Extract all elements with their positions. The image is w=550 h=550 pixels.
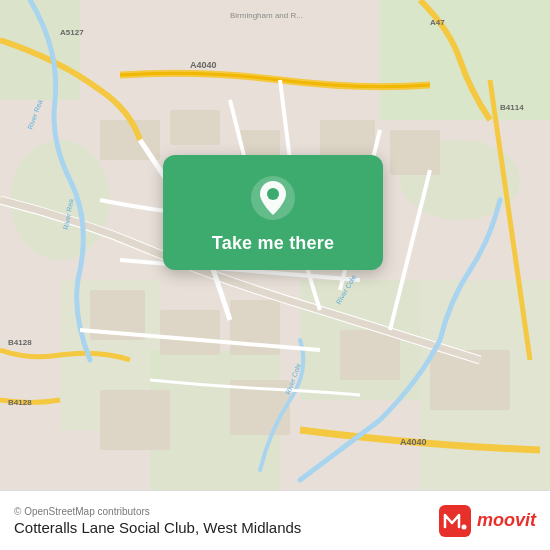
svg-rect-1 bbox=[380, 0, 550, 120]
svg-point-34 bbox=[267, 188, 279, 200]
map-container: A4040 A5127 A47 B4114 A4040 B4128 B4128 … bbox=[0, 0, 550, 490]
svg-text:A5127: A5127 bbox=[60, 28, 84, 37]
take-me-there-label: Take me there bbox=[212, 233, 334, 254]
moovit-logo: moovit bbox=[439, 505, 536, 537]
svg-text:B4128: B4128 bbox=[8, 338, 32, 347]
svg-text:Birmingham and R...: Birmingham and R... bbox=[230, 11, 303, 20]
location-name: Cotteralls Lane Social Club, West Midlan… bbox=[14, 519, 301, 536]
moovit-brand-icon bbox=[439, 505, 471, 537]
moovit-text: moovit bbox=[477, 510, 536, 531]
take-me-there-card[interactable]: Take me there bbox=[163, 155, 383, 270]
svg-text:B4114: B4114 bbox=[500, 103, 524, 112]
osm-attribution: © OpenStreetMap contributors bbox=[14, 506, 301, 517]
footer-info: © OpenStreetMap contributors Cotteralls … bbox=[14, 506, 301, 536]
svg-text:A4040: A4040 bbox=[400, 437, 427, 447]
svg-rect-18 bbox=[100, 390, 170, 450]
svg-rect-13 bbox=[390, 130, 440, 175]
svg-rect-12 bbox=[320, 120, 375, 160]
svg-rect-15 bbox=[160, 310, 220, 355]
svg-point-36 bbox=[461, 524, 466, 529]
svg-text:B4128: B4128 bbox=[8, 398, 32, 407]
svg-rect-10 bbox=[170, 110, 220, 145]
svg-rect-17 bbox=[340, 330, 400, 380]
svg-text:A4040: A4040 bbox=[190, 60, 217, 70]
svg-text:A47: A47 bbox=[430, 18, 445, 27]
location-pin-icon bbox=[248, 173, 298, 223]
footer-bar: © OpenStreetMap contributors Cotteralls … bbox=[0, 490, 550, 550]
